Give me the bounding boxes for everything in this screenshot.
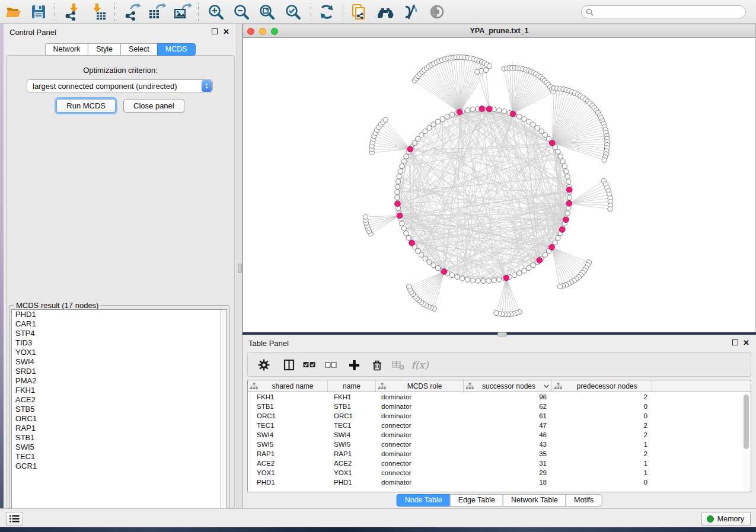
show-details-button[interactable] [426,2,448,22]
zoom-fit-button[interactable] [256,2,277,22]
tab-mcds[interactable]: MCDS [157,43,196,56]
zoom-in-button[interactable] [205,2,227,22]
mcds-result-items: PHD1CAR1STP4TID3YOX1SWI4SRD1PMA2FKH1ACE2… [12,310,227,471]
cell-predecessor-nodes: 2 [552,392,652,402]
tab-node-table[interactable]: Node Table [397,494,451,507]
cell-successor-nodes: 31 [464,459,552,468]
column-header-successor-nodes[interactable]: successor nodes [464,380,552,392]
table-row[interactable]: ORC1ORC1dominator610 [248,411,751,421]
list-item[interactable]: RAP1 [12,424,227,433]
export-image-button[interactable] [171,2,193,22]
list-item[interactable]: PMA2 [12,376,227,386]
search-box[interactable] [581,5,746,18]
list-item[interactable]: STB5 [12,405,227,414]
cell-MCDS-role: connector [376,459,464,468]
memory-button[interactable]: Memory [701,512,751,526]
column-header-predecessor-nodes[interactable]: predecessor nodes [552,380,652,392]
cell-predecessor-nodes: 0 [552,411,652,421]
table-row[interactable]: SWI5SWI5connector431 [248,440,751,449]
trash-icon [372,359,382,371]
delete-table-button[interactable] [390,358,406,372]
list-item[interactable]: SWI5 [12,443,227,452]
refresh-button[interactable] [316,2,337,22]
table-row[interactable]: RAP1RAP1dominator352 [248,449,751,459]
tab-style[interactable]: Style [88,43,121,56]
mcds-list-scrollbar[interactable] [220,310,227,521]
import-table-button[interactable] [88,2,109,22]
search-input[interactable] [596,8,733,16]
tab-network[interactable]: Network [44,43,88,56]
tab-edge-table[interactable]: Edge Table [450,494,503,507]
column-header-shared-name[interactable]: shared name [248,380,328,392]
first-neighbors-button[interactable] [375,2,396,22]
open-file-button[interactable] [3,2,24,22]
task-list-icon [9,515,20,523]
tab-motifs[interactable]: Motifs [566,494,602,507]
table-row[interactable]: YOX1YOX1connector291 [248,468,751,477]
cell-predecessor-nodes: 1 [552,440,652,449]
float-table-panel-icon[interactable] [732,339,738,345]
list-item[interactable]: ORC1 [12,414,227,424]
export-image-icon [173,2,192,21]
table-scrollbar[interactable] [742,393,750,491]
close-table-panel-icon[interactable]: ✕ [743,338,749,347]
cell-shared-name: STB1 [248,402,328,411]
table-row[interactable]: STB1STB1dominator620 [248,402,751,411]
network-canvas[interactable] [243,38,756,332]
select-all-columns-button[interactable] [301,358,317,372]
hide-details-button[interactable] [400,2,422,22]
unselect-all-columns-button[interactable] [323,358,339,372]
task-history-button[interactable] [6,512,23,525]
column-header-MCDS-role[interactable]: MCDS role [376,380,464,392]
table-row[interactable]: PHD1PHD1dominator180 [248,477,751,487]
table-panel-titlebar: Table Panel ✕ [243,335,756,350]
list-item[interactable]: TID3 [12,338,227,348]
cell-predecessor-nodes: 0 [552,402,652,411]
save-session-button[interactable] [28,2,49,22]
list-item[interactable]: SRD1 [12,367,227,376]
zoom-out-button[interactable] [231,2,252,22]
import-network-icon [63,2,82,21]
zoom-selected-button[interactable] [282,2,304,22]
table-toolbar: f(x) [247,352,751,377]
column-header-name[interactable]: name [328,380,376,392]
control-panel-titlebar: Control Panel ✕ [4,24,237,39]
cell-successor-nodes: 35 [464,449,552,459]
panel-splitter[interactable] [237,24,243,511]
create-column-button[interactable] [346,358,362,372]
table-scrollbar-thumb[interactable] [744,395,749,449]
mcds-result-list[interactable]: PHD1CAR1STP4TID3YOX1SWI4SRD1PMA2FKH1ACE2… [11,309,227,522]
run-mcds-button[interactable]: Run MCDS [56,99,116,113]
list-item[interactable]: YOX1 [12,348,227,357]
list-item[interactable]: TEC1 [12,452,227,462]
float-panel-icon[interactable] [212,28,218,34]
show-columns-button[interactable] [281,358,296,372]
function-builder-button[interactable]: f(x) [412,358,428,372]
delete-column-button[interactable] [369,358,385,372]
table-row[interactable]: ACE2ACE2connector311 [248,459,751,468]
import-network-button[interactable] [62,2,83,22]
table-row[interactable]: SWI4SWI4dominator462 [248,430,751,440]
tab-select[interactable]: Select [120,43,158,56]
table-settings-button[interactable] [256,358,272,372]
list-item[interactable]: STB1 [12,433,227,443]
list-item[interactable]: PHD1 [12,310,227,319]
list-item[interactable]: STP4 [12,329,227,338]
network-window-titlebar[interactable]: YPA_prune.txt_1 [243,24,756,38]
list-item[interactable]: FKH1 [12,386,227,395]
selected-criterion: largest connected component (undirected) [27,82,202,91]
new-network-from-selection-button[interactable] [349,2,370,22]
optimization-criterion-select[interactable]: largest connected component (undirected)… [27,79,213,92]
table-row[interactable]: FKH1FKH1dominator962 [248,392,751,402]
list-item[interactable]: SWI4 [12,357,227,367]
export-network-button[interactable] [122,2,143,22]
tab-network-table[interactable]: Network Table [503,494,566,507]
list-item[interactable]: ACE2 [12,395,227,405]
close-panel-button[interactable]: Close panel [123,99,184,113]
list-item[interactable]: CAR1 [12,319,227,329]
close-panel-icon[interactable]: ✕ [223,27,229,36]
table-row[interactable]: TEC1TEC1connector472 [248,421,751,430]
splitter-grip[interactable] [238,264,242,273]
export-table-button[interactable] [146,2,167,22]
list-item[interactable]: GCR1 [12,462,227,471]
